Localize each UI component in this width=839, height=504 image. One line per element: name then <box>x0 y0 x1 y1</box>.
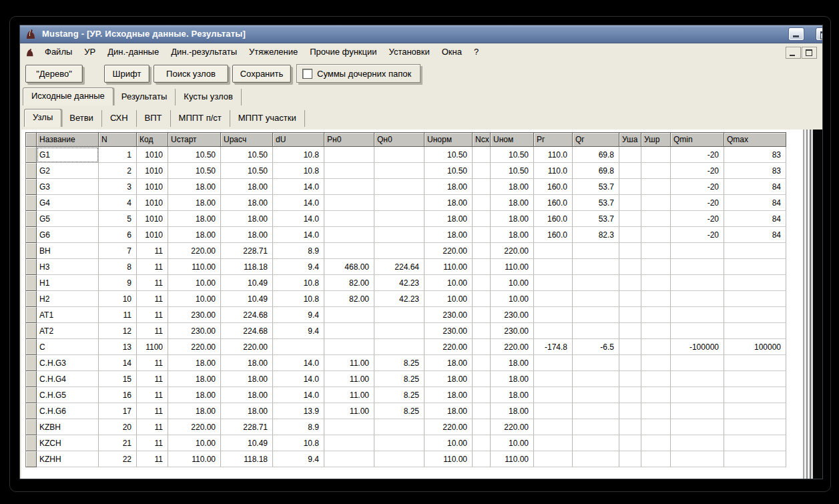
cell-qmin[interactable] <box>671 371 724 387</box>
cell-n[interactable]: 3 <box>99 179 137 195</box>
cell-urasch[interactable]: 18.00 <box>221 355 273 371</box>
cell-n[interactable]: 15 <box>99 371 137 387</box>
cell-qg[interactable] <box>573 291 619 307</box>
cell-pn0[interactable]: 11.00 <box>324 355 374 371</box>
cell-usha[interactable] <box>619 147 641 163</box>
cell-unorm[interactable]: 220.00 <box>425 419 473 435</box>
save-button[interactable]: Сохранить <box>232 65 291 83</box>
cell-ustart[interactable]: 230.00 <box>168 323 221 339</box>
cell-ushr[interactable] <box>641 403 671 419</box>
cell-pn0[interactable] <box>324 339 374 355</box>
cell-qg[interactable] <box>573 275 619 291</box>
cell-unorm[interactable]: 220.00 <box>425 243 473 259</box>
column-header-du[interactable]: dU <box>273 132 324 147</box>
cell-qmin[interactable] <box>671 243 724 259</box>
cell-qg[interactable] <box>573 403 619 419</box>
cell-ncx[interactable] <box>473 163 491 179</box>
cell-ushr[interactable] <box>641 179 671 195</box>
menu-item-dyn-results[interactable]: Дин.-результаты <box>165 45 243 59</box>
cell-qmin[interactable] <box>671 259 724 275</box>
row-selector[interactable] <box>25 323 37 339</box>
cell-unom[interactable]: 220.00 <box>491 243 534 259</box>
cell-n[interactable]: 14 <box>99 355 137 371</box>
cell-pg[interactable]: 160.0 <box>534 195 573 211</box>
cell-unom[interactable]: 18.00 <box>491 387 534 403</box>
cell-kod[interactable]: 1100 <box>137 339 168 355</box>
cell-du[interactable]: 10.8 <box>273 435 324 451</box>
cell-pg[interactable] <box>534 451 573 467</box>
cell-du[interactable]: 14.0 <box>273 211 324 227</box>
cell-pg[interactable] <box>534 403 573 419</box>
cell-ncx[interactable] <box>473 387 491 403</box>
cell-qmin[interactable]: -20 <box>671 227 724 243</box>
cell-qn0[interactable]: 42.23 <box>374 291 425 307</box>
cell-ustart[interactable]: 10.50 <box>168 163 221 179</box>
cell-ncx[interactable] <box>473 147 491 163</box>
cell-kod[interactable]: 11 <box>137 451 168 467</box>
cell-du[interactable]: 10.8 <box>273 147 324 163</box>
menu-item-files[interactable]: Файлы <box>39 45 78 59</box>
cell-du[interactable]: 10.8 <box>273 275 324 291</box>
cell-qn0[interactable] <box>374 339 425 355</box>
cell-urasch[interactable]: 228.71 <box>221 243 273 259</box>
cell-ncx[interactable] <box>473 291 491 307</box>
cell-kod[interactable]: 1010 <box>137 163 168 179</box>
cell-ustart[interactable]: 18.00 <box>168 387 221 403</box>
column-header-urasch[interactable]: Uрасч <box>221 132 273 147</box>
cell-qmax[interactable] <box>724 307 786 323</box>
cell-kod[interactable]: 11 <box>137 371 168 387</box>
cell-unom[interactable]: 10.00 <box>491 435 534 451</box>
cell-ushr[interactable] <box>641 419 671 435</box>
cell-unorm[interactable]: 18.00 <box>425 227 473 243</box>
cell-name[interactable]: KZCH <box>37 435 99 451</box>
cell-du[interactable]: 8.9 <box>273 419 324 435</box>
cell-usha[interactable] <box>619 419 641 435</box>
cell-usha[interactable] <box>619 275 641 291</box>
cell-ushr[interactable] <box>641 323 671 339</box>
cell-pg[interactable] <box>534 291 573 307</box>
cell-ustart[interactable]: 18.00 <box>168 371 221 387</box>
cell-pg[interactable]: 110.0 <box>534 147 573 163</box>
cell-usha[interactable] <box>619 291 641 307</box>
row-selector[interactable] <box>25 243 37 259</box>
cell-n[interactable]: 9 <box>99 275 137 291</box>
cell-name[interactable]: G5 <box>37 211 99 227</box>
cell-pg[interactable] <box>534 435 573 451</box>
cell-ushr[interactable] <box>641 243 671 259</box>
mdi-minimize-button[interactable] <box>786 47 801 59</box>
cell-qn0[interactable] <box>374 179 425 195</box>
cell-ushr[interactable] <box>641 163 671 179</box>
cell-usha[interactable] <box>619 163 641 179</box>
cell-qn0[interactable] <box>374 451 425 467</box>
cell-qmax[interactable] <box>724 451 786 467</box>
cell-urasch[interactable]: 224.68 <box>221 307 273 323</box>
cell-unom[interactable]: 18.00 <box>491 403 534 419</box>
cell-qmin[interactable] <box>671 323 724 339</box>
tree-button[interactable]: "Дерево" <box>25 65 83 83</box>
cell-unom[interactable]: 18.00 <box>491 195 534 211</box>
cell-qmin[interactable] <box>671 419 724 435</box>
cell-usha[interactable] <box>619 451 641 467</box>
cell-du[interactable]: 14.0 <box>273 371 324 387</box>
cell-ushr[interactable] <box>641 435 671 451</box>
cell-qg[interactable] <box>573 243 619 259</box>
cell-unorm[interactable]: 10.50 <box>425 163 473 179</box>
cell-qn0[interactable]: 8.25 <box>374 371 425 387</box>
cell-qmax[interactable] <box>724 259 786 275</box>
cell-qn0[interactable] <box>374 323 425 339</box>
cell-ushr[interactable] <box>641 147 671 163</box>
cell-usha[interactable] <box>619 179 641 195</box>
cell-qmax[interactable] <box>724 275 786 291</box>
cell-qmax[interactable] <box>724 419 786 435</box>
cell-qn0[interactable] <box>374 243 425 259</box>
cell-ustart[interactable]: 18.00 <box>168 355 221 371</box>
cell-kod[interactable]: 11 <box>137 259 168 275</box>
cell-qmax[interactable] <box>724 323 786 339</box>
menu-item-ur[interactable]: УР <box>78 45 101 59</box>
cell-du[interactable]: 14.0 <box>273 195 324 211</box>
cell-ushr[interactable] <box>641 371 671 387</box>
cell-qmax[interactable] <box>724 291 786 307</box>
tab-results[interactable]: Результаты <box>113 89 176 105</box>
cell-pn0[interactable] <box>324 195 374 211</box>
cell-ncx[interactable] <box>473 275 491 291</box>
